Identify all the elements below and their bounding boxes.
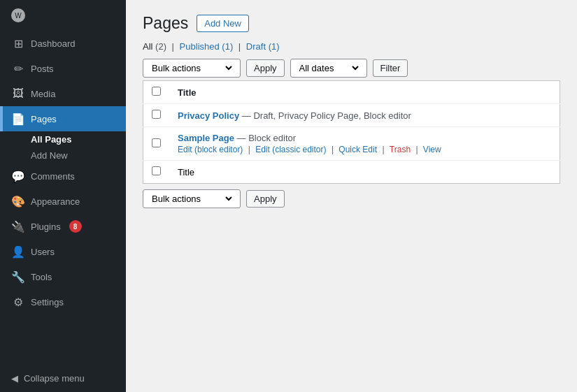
row-checkbox-col [143,104,170,127]
sidebar-item-dashboard[interactable]: ⊞ Dashboard [0,31,126,56]
header-title-label: Title [178,87,197,98]
collapse-icon: ◀ [11,373,18,384]
table-footer-row: Title [143,161,560,184]
action-sep-1: | [248,145,252,154]
tools-icon: 🔧 [11,270,25,284]
filter-draft[interactable]: Draft (1) [246,41,280,52]
sidebar-item-label: Comments [31,171,75,182]
row-title-col-privacy: Privacy Policy — Draft, Privacy Policy P… [169,104,560,127]
filter-all-label: All [143,41,152,52]
plugins-badge: 8 [69,220,82,233]
table-row: Sample Page — Block editor Edit (block e… [143,127,560,161]
page-meta-privacy: — Draft, Privacy Policy Page, Block edit… [242,110,411,121]
main-content: Pages Add New All (2) | Published (1) | … [126,0,577,392]
collapse-label: Collapse menu [24,373,85,384]
action-sep-4: | [415,145,420,154]
users-icon: 👤 [11,245,25,259]
table-header-row: Title [143,81,560,104]
subnav-add-new[interactable]: Add New [31,147,126,164]
bulk-actions-dropdown-top[interactable]: Bulk actions Edit Move to Trash [149,62,234,74]
sidebar-item-appearance[interactable]: 🎨 Appearance [0,189,126,214]
posts-icon: ✏ [11,61,25,75]
sidebar-item-label: Settings [31,297,64,307]
sidebar-item-tools[interactable]: 🔧 Tools [0,264,126,289]
trash-link[interactable]: Trash [390,145,411,154]
footer-select-all-checkbox[interactable] [152,166,161,175]
filter-button[interactable]: Filter [373,59,408,77]
bulk-actions-select-top[interactable]: Bulk actions Edit Move to Trash [143,59,241,78]
appearance-icon: 🎨 [11,194,25,208]
sidebar-item-label: Dashboard [31,38,76,49]
filter-all[interactable]: All (2) [143,41,169,52]
pages-icon: 📄 [11,112,25,126]
bulk-actions-select-bottom[interactable]: Bulk actions Edit Move to Trash [143,189,241,208]
table-row: Privacy Policy — Draft, Privacy Policy P… [143,104,560,127]
sidebar-item-label: Users [31,247,55,257]
apply-button-top[interactable]: Apply [246,59,285,77]
sidebar-item-posts[interactable]: ✏ Posts [0,56,126,81]
comments-icon: 💬 [11,169,25,183]
dashboard-icon: ⊞ [11,36,25,50]
filter-all-count: (2) [155,41,166,52]
view-link[interactable]: View [423,145,441,154]
settings-icon: ⚙ [11,295,25,309]
action-sep-2: | [332,145,336,154]
sidebar-logo: W [0,0,126,31]
page-meta-sample: — Block editor [237,133,297,143]
sidebar-item-plugins[interactable]: 🔌 Plugins 8 [0,214,126,239]
sidebar-item-pages[interactable]: 📄 Pages [0,106,126,131]
footer-title-col: Title [169,161,560,184]
wordpress-icon: W [11,8,25,22]
pages-subnav: All Pages Add New [0,131,126,164]
sidebar-item-label: Appearance [31,196,80,207]
collapse-menu[interactable]: ◀ Collapse menu [0,365,126,392]
action-sep-3: | [382,145,386,154]
media-icon: 🖼 [11,87,25,101]
page-title-link-privacy[interactable]: Privacy Policy [178,110,239,121]
edit-block-editor-link[interactable]: Edit (block editor) [178,145,243,154]
header-checkbox-col [143,81,170,104]
sidebar-item-comments[interactable]: 💬 Comments [0,164,126,189]
bottom-toolbar: Bulk actions Edit Move to Trash Apply [143,189,560,208]
filter-sep-1: | [172,41,174,52]
page-header: Pages Add New [143,14,560,33]
all-dates-select[interactable]: All dates [290,59,367,78]
filter-sep-2: | [238,41,241,52]
row-checkbox-sample[interactable] [152,138,161,147]
header-title-col: Title [169,81,560,104]
row-actions-sample: Edit (block editor) | Edit (classic edit… [178,145,551,154]
add-new-button[interactable]: Add New [197,15,249,32]
apply-button-bottom[interactable]: Apply [246,190,285,208]
sidebar-item-label: Plugins [31,222,61,232]
footer-checkbox-col [143,161,170,184]
plugins-icon: 🔌 [11,219,25,233]
select-all-checkbox[interactable] [152,87,161,96]
sidebar-item-users[interactable]: 👤 Users [0,239,126,264]
sidebar-item-label: Tools [31,272,52,282]
filter-links: All (2) | Published (1) | Draft (1) [143,41,560,52]
sidebar-item-media[interactable]: 🖼 Media [0,81,126,106]
quick-edit-link[interactable]: Quick Edit [339,145,377,154]
row-checkbox-privacy[interactable] [152,110,161,119]
top-toolbar: Bulk actions Edit Move to Trash Apply Al… [143,59,560,78]
page-title: Pages [143,14,188,33]
sidebar-item-label: Media [31,89,55,99]
sidebar-item-label: Posts [31,64,54,74]
subnav-all-pages[interactable]: All Pages [31,131,126,147]
sidebar-item-label: Pages [31,114,57,124]
page-title-link-sample[interactable]: Sample Page [178,133,234,143]
sidebar: W ⊞ Dashboard ✏ Posts 🖼 Media 📄 Pages Al… [0,0,126,392]
bulk-actions-dropdown-bottom[interactable]: Bulk actions Edit Move to Trash [149,193,234,205]
filter-published[interactable]: Published (1) [180,41,234,52]
row-checkbox-col [143,127,170,161]
edit-classic-editor-link[interactable]: Edit (classic editor) [255,145,326,154]
row-title-col-sample: Sample Page — Block editor Edit (block e… [169,127,560,161]
pages-table: Title Privacy Policy — Draft, Privacy Po… [143,80,560,184]
sidebar-item-settings[interactable]: ⚙ Settings [0,289,126,314]
all-dates-dropdown[interactable]: All dates [297,62,361,74]
footer-title-label: Title [178,167,194,177]
